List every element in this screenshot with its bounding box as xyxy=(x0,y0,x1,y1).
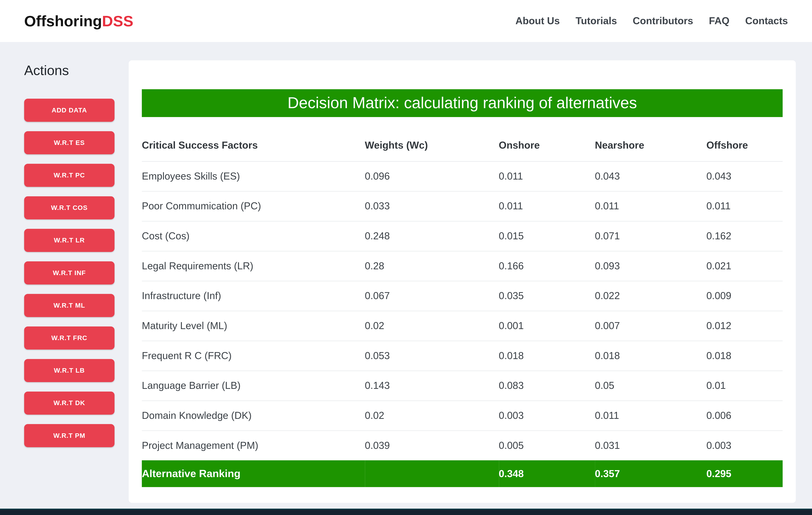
ranking-value-cell: 0.295 xyxy=(706,460,783,487)
value-cell: 0.022 xyxy=(595,281,706,311)
table-row-infrastructure-inf: Infrastructure (Inf)0.0670.0350.0220.009 xyxy=(142,281,783,311)
value-cell: 0.009 xyxy=(706,281,783,311)
main-nav: About UsTutorialsContributorsFAQContacts xyxy=(515,15,788,27)
value-cell: 0.011 xyxy=(595,401,706,431)
value-cell: 0.01 xyxy=(706,371,783,401)
value-cell: 0.018 xyxy=(499,341,595,371)
table-row-frequent-r-c-frc: Frequent R C (FRC)0.0530.0180.0180.018 xyxy=(142,341,783,371)
value-cell: 0.166 xyxy=(499,251,595,281)
value-cell: 0.003 xyxy=(499,401,595,431)
value-cell: 0.039 xyxy=(365,431,499,460)
factor-cell: Cost (Cos) xyxy=(142,221,365,251)
table-row-maturity-level-ml: Maturity Level (ML)0.020.0010.0070.012 xyxy=(142,311,783,341)
brand-text-dss: DSS xyxy=(102,12,134,29)
value-cell: 0.018 xyxy=(706,341,783,371)
column-header-critical-success-factors: Critical Success Factors xyxy=(142,131,365,161)
value-cell: 0.033 xyxy=(365,191,499,221)
column-header-onshore: Onshore xyxy=(499,131,595,161)
value-cell: 0.28 xyxy=(365,251,499,281)
table-row-legal-requirements-lr: Legal Requirements (LR)0.280.1660.0930.0… xyxy=(142,251,783,281)
factor-cell: Maturity Level (ML) xyxy=(142,311,365,341)
ranking-value-cell: 0.357 xyxy=(595,460,706,487)
value-cell: 0.02 xyxy=(365,401,499,431)
nav-link-tutorials[interactable]: Tutorials xyxy=(576,15,617,27)
value-cell: 0.011 xyxy=(706,191,783,221)
alternative-ranking-row: Alternative Ranking0.3480.3570.295 xyxy=(142,460,783,487)
value-cell: 0.053 xyxy=(365,341,499,371)
factor-cell: Poor Commumication (PC) xyxy=(142,191,365,221)
value-cell: 0.011 xyxy=(595,191,706,221)
action-button-w-r-t-dk[interactable]: W.R.T DK xyxy=(24,392,115,415)
value-cell: 0.021 xyxy=(706,251,783,281)
column-header-offshore: Offshore xyxy=(706,131,783,161)
factor-cell: Frequent R C (FRC) xyxy=(142,341,365,371)
value-cell: 0.071 xyxy=(595,221,706,251)
value-cell: 0.011 xyxy=(499,161,595,191)
column-header-nearshore: Nearshore xyxy=(595,131,706,161)
table-row-poor-commumication-pc: Poor Commumication (PC)0.0330.0110.0110.… xyxy=(142,191,783,221)
factor-cell: Language Barrier (LB) xyxy=(142,371,365,401)
action-button-w-r-t-inf[interactable]: W.R.T INF xyxy=(24,261,115,284)
brand-text-offshoring: Offshoring xyxy=(24,12,102,29)
action-button-w-r-t-frc[interactable]: W.R.T FRC xyxy=(24,326,115,350)
value-cell: 0.005 xyxy=(499,431,595,460)
factor-cell: Legal Requirements (LR) xyxy=(142,251,365,281)
column-header-weights-wc: Weights (Wc) xyxy=(365,131,499,161)
sidebar-title: Actions xyxy=(24,62,115,79)
page-body: Actions ADD DATAW.R.T ESW.R.T PCW.R.T CO… xyxy=(0,42,812,503)
nav-link-contributors[interactable]: Contributors xyxy=(633,15,693,27)
value-cell: 0.162 xyxy=(706,221,783,251)
value-cell: 0.012 xyxy=(706,311,783,341)
action-button-w-r-t-es[interactable]: W.R.T ES xyxy=(24,131,115,154)
bottom-bar xyxy=(0,509,812,515)
ranking-label-cell: Alternative Ranking xyxy=(142,460,365,487)
action-button-w-r-t-pc[interactable]: W.R.T PC xyxy=(24,164,115,187)
factor-cell: Employees Skills (ES) xyxy=(142,161,365,191)
action-button-w-r-t-pm[interactable]: W.R.T PM xyxy=(24,424,115,447)
value-cell: 0.035 xyxy=(499,281,595,311)
table-row-language-barrier-lb: Language Barrier (LB)0.1430.0830.050.01 xyxy=(142,371,783,401)
factor-cell: Infrastructure (Inf) xyxy=(142,281,365,311)
action-button-w-r-t-ml[interactable]: W.R.T ML xyxy=(24,294,115,317)
table-row-employees-skills-es: Employees Skills (ES)0.0960.0110.0430.04… xyxy=(142,161,783,191)
nav-link-faq[interactable]: FAQ xyxy=(709,15,729,27)
decision-matrix-card: Decision Matrix: calculating ranking of … xyxy=(129,60,796,503)
matrix-title-banner: Decision Matrix: calculating ranking of … xyxy=(142,89,783,117)
nav-link-about-us[interactable]: About Us xyxy=(515,15,560,27)
action-button-add-data[interactable]: ADD DATA xyxy=(24,99,115,122)
app-root: OffshoringDSS About UsTutorialsContribut… xyxy=(0,0,812,515)
value-cell: 0.05 xyxy=(595,371,706,401)
action-button-w-r-t-lb[interactable]: W.R.T LB xyxy=(24,359,115,382)
factor-cell: Project Management (PM) xyxy=(142,431,365,460)
value-cell: 0.093 xyxy=(595,251,706,281)
table-body: Employees Skills (ES)0.0960.0110.0430.04… xyxy=(142,161,783,460)
action-button-stack: ADD DATAW.R.T ESW.R.T PCW.R.T COSW.R.T L… xyxy=(24,99,115,447)
ranking-value-cell xyxy=(365,460,499,487)
value-cell: 0.248 xyxy=(365,221,499,251)
ranking-value-cell: 0.348 xyxy=(499,460,595,487)
value-cell: 0.007 xyxy=(595,311,706,341)
value-cell: 0.02 xyxy=(365,311,499,341)
value-cell: 0.043 xyxy=(595,161,706,191)
top-navbar: OffshoringDSS About UsTutorialsContribut… xyxy=(0,0,812,42)
factor-cell: Domain Knowledge (DK) xyxy=(142,401,365,431)
action-button-w-r-t-cos[interactable]: W.R.T COS xyxy=(24,196,115,219)
table-row-cost-cos: Cost (Cos)0.2480.0150.0710.162 xyxy=(142,221,783,251)
value-cell: 0.083 xyxy=(499,371,595,401)
value-cell: 0.018 xyxy=(595,341,706,371)
brand-logo[interactable]: OffshoringDSS xyxy=(24,12,134,30)
value-cell: 0.011 xyxy=(499,191,595,221)
value-cell: 0.015 xyxy=(499,221,595,251)
actions-sidebar: Actions ADD DATAW.R.T ESW.R.T PCW.R.T CO… xyxy=(24,60,115,447)
table-row-domain-knowledge-dk: Domain Knowledge (DK)0.020.0030.0110.006 xyxy=(142,401,783,431)
value-cell: 0.096 xyxy=(365,161,499,191)
action-button-w-r-t-lr[interactable]: W.R.T LR xyxy=(24,229,115,252)
value-cell: 0.031 xyxy=(595,431,706,460)
decision-matrix-table: Critical Success FactorsWeights (Wc)Onsh… xyxy=(142,131,783,487)
value-cell: 0.006 xyxy=(706,401,783,431)
nav-link-contacts[interactable]: Contacts xyxy=(745,15,788,27)
value-cell: 0.001 xyxy=(499,311,595,341)
value-cell: 0.003 xyxy=(706,431,783,460)
table-header-row: Critical Success FactorsWeights (Wc)Onsh… xyxy=(142,131,783,161)
table-row-project-management-pm: Project Management (PM)0.0390.0050.0310.… xyxy=(142,431,783,460)
